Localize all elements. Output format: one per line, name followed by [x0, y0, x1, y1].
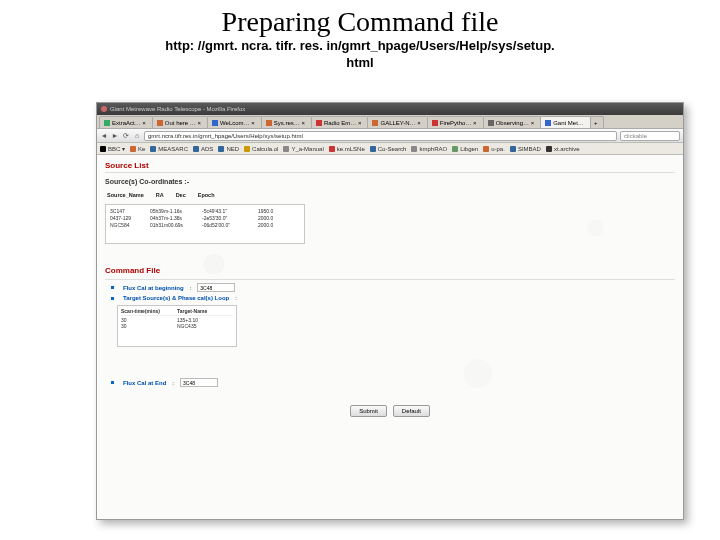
- tab-label: Gant Met…: [553, 120, 584, 126]
- bookmark-item[interactable]: Calcula.ol: [244, 146, 278, 152]
- tab-label: FirePytho… ×: [440, 120, 477, 126]
- bookmark-label: ADS: [201, 146, 213, 152]
- tab-label: Sys.res… ×: [274, 120, 305, 126]
- button-row: Submit Default: [105, 405, 675, 417]
- home-button[interactable]: ⌂: [133, 132, 141, 140]
- tab-favicon: [157, 120, 163, 126]
- col-dec: Dec: [176, 191, 196, 200]
- divider: [105, 172, 675, 173]
- slide-url: http: //gmrt. ncra. tifr. res. in/gmrt_h…: [0, 38, 720, 76]
- bookmark-item[interactable]: ADS: [193, 146, 213, 152]
- loop-label: Target Source(s) & Phase cal(s) Loop: [123, 295, 229, 301]
- loop-textarea[interactable]: Scan-time(mins)Target-Name 30135+3.10 30…: [117, 305, 237, 347]
- address-bar[interactable]: gmrt.ncra.tifr.res.in/gmrt_hpage/Users/H…: [144, 131, 617, 141]
- bookmark-item[interactable]: NED: [218, 146, 239, 152]
- bookmark-icon: [244, 146, 250, 152]
- colon: :: [190, 285, 192, 291]
- source-list-heading: Source List: [105, 161, 675, 170]
- slide-title: Preparing Command file: [0, 0, 720, 38]
- bookmark-item[interactable]: Libgen: [452, 146, 478, 152]
- bullet-icon: [111, 286, 114, 289]
- browser-tab[interactable]: ExtraAct… ×: [99, 116, 153, 128]
- flux-begin-input[interactable]: 3C48: [197, 283, 235, 292]
- bookmark-icon: [218, 146, 224, 152]
- back-button[interactable]: ◄: [100, 132, 108, 140]
- tab-favicon: [432, 120, 438, 126]
- bookmark-item[interactable]: Y_a-Manual: [283, 146, 323, 152]
- browser-window: Giant Metrewave Radio Telescope - Mozill…: [96, 102, 684, 520]
- browser-tab[interactable]: Out here … ×: [152, 116, 208, 128]
- command-file-heading: Command File: [105, 266, 675, 275]
- bookmark-item[interactable]: BBC ▾: [100, 145, 125, 152]
- coord-row: NGC58401h31m00.69s-06d52'00.0"2000.0: [110, 222, 300, 229]
- bookmark-label: Y_a-Manual: [291, 146, 323, 152]
- bookmark-item[interactable]: MEASARC: [150, 146, 188, 152]
- tab-favicon: [316, 120, 322, 126]
- tab-favicon: [212, 120, 218, 126]
- bookmark-icon: [329, 146, 335, 152]
- bookmark-icon: [483, 146, 489, 152]
- bookmark-icon: [510, 146, 516, 152]
- forward-button[interactable]: ►: [111, 132, 119, 140]
- url-line-2: html: [346, 55, 373, 70]
- reload-button[interactable]: ⟳: [122, 132, 130, 140]
- bookmark-label: SIMBAD: [518, 146, 541, 152]
- browser-tab[interactable]: GALLEY-N… ×: [367, 116, 427, 128]
- bookmarks-bar: BBC ▾ Ke MEASARC ADS NED Calcula.ol Y_a-…: [97, 143, 683, 155]
- bookmark-label: Calcula.ol: [252, 146, 278, 152]
- bookmark-item[interactable]: xt.archive: [546, 146, 580, 152]
- search-box[interactable]: clickable: [620, 131, 680, 141]
- url-line-1: http: //gmrt. ncra. tifr. res. in/gmrt_h…: [165, 38, 554, 53]
- coord-row: 3C14705h39m-1.16s-5c49'43.1"1950.0: [110, 208, 300, 215]
- bookmark-item[interactable]: Ke: [130, 146, 145, 152]
- bookmark-item[interactable]: SIMBAD: [510, 146, 541, 152]
- tab-favicon: [372, 120, 378, 126]
- tab-label: Observing… ×: [496, 120, 535, 126]
- bookmark-item[interactable]: ke.mLSNe: [329, 146, 365, 152]
- bookmark-item[interactable]: u-pa.: [483, 146, 505, 152]
- bookmark-label: xt.archive: [554, 146, 580, 152]
- bookmark-icon: [193, 146, 199, 152]
- bookmark-icon: [130, 146, 136, 152]
- browser-tab[interactable]: Sys.res… ×: [261, 116, 312, 128]
- bookmark-label: kmphRAO: [419, 146, 447, 152]
- search-placeholder: clickable: [624, 133, 647, 139]
- source-coords-textarea[interactable]: 3C14705h39m-1.16s-5c49'43.1"1950.0 0437-…: [105, 204, 305, 244]
- bookmark-label: ke.mLSNe: [337, 146, 365, 152]
- bookmark-icon: [100, 146, 106, 152]
- window-title-text: Giant Metrewave Radio Telescope - Mozill…: [110, 106, 245, 112]
- default-button[interactable]: Default: [393, 405, 430, 417]
- bookmark-item[interactable]: kmphRAO: [411, 146, 447, 152]
- flux-begin-label: Flux Cal at beginning: [123, 285, 184, 291]
- bookmark-item[interactable]: Co-Search: [370, 146, 407, 152]
- bookmark-icon: [370, 146, 376, 152]
- flux-end-input[interactable]: 3C48: [180, 378, 218, 387]
- browser-tab[interactable]: Observing… ×: [483, 116, 542, 128]
- coord-row: 0437-12904h37m-1.38s-2e53'30.0"2000.0: [110, 215, 300, 222]
- bookmark-icon: [283, 146, 289, 152]
- browser-tab-active[interactable]: Gant Met…: [540, 116, 591, 128]
- bookmark-icon: [452, 146, 458, 152]
- loop-header: Scan-time(mins)Target-Name: [121, 308, 233, 316]
- browser-tab[interactable]: Radio Em… ×: [311, 116, 369, 128]
- tab-favicon: [104, 120, 110, 126]
- col-epoch: Epoch: [198, 191, 225, 200]
- loop-row: 30NGC435: [121, 323, 233, 329]
- target-loop-row: Target Source(s) & Phase cal(s) Loop :: [111, 295, 675, 301]
- bookmark-label: Ke: [138, 146, 145, 152]
- browser-tab[interactable]: WeLcom… ×: [207, 116, 262, 128]
- nav-toolbar: ◄ ► ⟳ ⌂ gmrt.ncra.tifr.res.in/gmrt_hpage…: [97, 129, 683, 143]
- coords-subheading: Source(s) Co-ordinates :-: [105, 178, 675, 185]
- new-tab-button[interactable]: +: [590, 116, 604, 128]
- firefox-icon: [101, 106, 107, 112]
- tab-favicon: [266, 120, 272, 126]
- tab-strip: ExtraAct… × Out here … × WeLcom… × Sys.r…: [97, 115, 683, 129]
- bookmark-label: Co-Search: [378, 146, 407, 152]
- bookmark-label: Libgen: [460, 146, 478, 152]
- browser-tab[interactable]: FirePytho… ×: [427, 116, 484, 128]
- flux-cal-begin-row: Flux Cal at beginning : 3C48: [111, 283, 675, 292]
- bookmark-label: MEASARC: [158, 146, 188, 152]
- submit-button[interactable]: Submit: [350, 405, 387, 417]
- url-text: gmrt.ncra.tifr.res.in/gmrt_hpage/Users/H…: [148, 133, 303, 139]
- bookmark-label: u-pa.: [491, 146, 505, 152]
